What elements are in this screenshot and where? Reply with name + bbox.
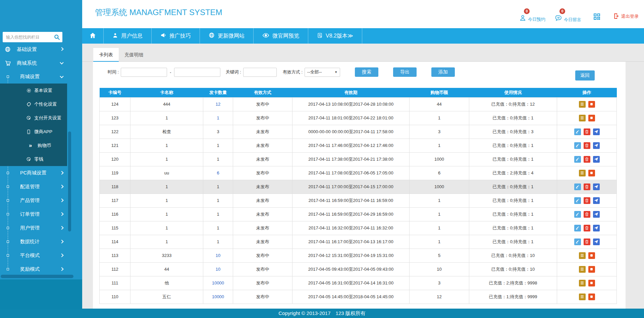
sidebar-horizontal-scrollbar[interactable]	[1, 275, 73, 278]
today-appointments[interactable]: 0 今日预约	[519, 10, 545, 22]
sidebar-item-label: 配送管理	[20, 180, 40, 194]
sidebar-item-basic-setup[interactable]: 基本设置	[0, 84, 67, 97]
sidebar-item-personalization[interactable]: 个性化设置	[0, 97, 67, 111]
delete-icon[interactable]	[584, 183, 590, 190]
delete-icon[interactable]	[584, 156, 590, 163]
add-button[interactable]: 添加	[431, 67, 455, 77]
edit-icon[interactable]	[574, 197, 581, 204]
delete-icon[interactable]	[584, 142, 590, 149]
delete-icon[interactable]	[584, 238, 590, 245]
sidebar-item-payment-switch[interactable]: 支付开关设置	[0, 111, 67, 125]
time-start-input[interactable]	[121, 68, 167, 77]
qty-link[interactable]: 6	[217, 170, 219, 175]
qty-link[interactable]: 10	[216, 267, 220, 272]
tab-card-list[interactable]: 卡列表	[93, 48, 119, 62]
cell-status: 发布中	[233, 166, 292, 180]
stop-icon[interactable]	[588, 280, 595, 286]
edit-icon[interactable]	[574, 225, 581, 231]
list-icon[interactable]	[579, 294, 586, 300]
list-icon[interactable]	[579, 280, 586, 286]
stop-icon[interactable]	[588, 252, 595, 259]
sidebar-item-platform-mode[interactable]: 平台模式	[0, 249, 67, 262]
stop-icon[interactable]	[588, 294, 595, 300]
tab-recharge-detail[interactable]: 充值明细	[119, 48, 149, 62]
sidebar-item-small-change[interactable]: 零钱	[0, 152, 67, 166]
table-row: 12311发布中2017-04-11 18:01:00至2017-04-22 1…	[100, 111, 617, 125]
publish-icon[interactable]	[593, 238, 600, 245]
method-select[interactable]: --全部-- ▼	[305, 68, 340, 77]
today-messages[interactable]: 0 今日留言	[555, 10, 581, 23]
sidebar-item-mall-system[interactable]: 商城系统	[0, 56, 67, 70]
list-icon[interactable]	[579, 266, 586, 273]
publish-icon[interactable]	[593, 183, 600, 190]
cell-coins: 1	[410, 111, 469, 125]
cell-usage: 已充值：0;待充值：1	[469, 221, 557, 235]
delete-icon[interactable]	[584, 128, 590, 135]
nav-home[interactable]	[82, 28, 104, 44]
edit-icon[interactable]	[574, 183, 581, 190]
sidebar-item-pc-mall-settings[interactable]: PC商城设置	[0, 166, 67, 180]
nav-update-microsite[interactable]: 更新微网站	[200, 28, 254, 44]
sidebar-item-user-management[interactable]: 用户管理	[0, 221, 67, 235]
stop-icon[interactable]	[588, 115, 595, 121]
nav-user-info[interactable]: 用户信息	[104, 28, 152, 44]
sidebar-item-delivery-management[interactable]: 配送管理	[0, 180, 67, 194]
qty-link[interactable]: 10000	[212, 280, 224, 285]
list-icon[interactable]	[579, 101, 586, 108]
list-icon[interactable]	[579, 115, 586, 121]
time-end-input[interactable]	[174, 68, 220, 77]
nav-microsite-preview[interactable]: 微官网预览	[254, 28, 308, 44]
qty-value: 1	[217, 212, 219, 217]
list-icon[interactable]	[579, 252, 586, 259]
logout-button[interactable]: 退出登录	[613, 13, 639, 20]
delete-icon[interactable]	[584, 211, 590, 218]
publish-icon[interactable]	[593, 142, 600, 149]
search-button[interactable]: 搜索	[355, 67, 378, 77]
stop-icon[interactable]	[588, 170, 595, 176]
nav-promotion-tips[interactable]: 推广技巧	[152, 28, 200, 44]
delete-icon[interactable]	[584, 225, 590, 231]
list-icon[interactable]	[579, 170, 586, 176]
cell-qty: 1	[203, 207, 233, 221]
edit-icon[interactable]	[574, 238, 581, 245]
cell-actions	[557, 180, 617, 194]
publish-icon[interactable]	[593, 225, 600, 231]
keyword-input[interactable]	[243, 68, 277, 77]
publish-icon[interactable]	[593, 156, 600, 163]
sidebar-item-reward-mode[interactable]: 奖励模式	[0, 262, 67, 276]
edit-icon[interactable]	[574, 142, 581, 149]
tree-node-icon	[7, 241, 9, 243]
home-icon	[89, 32, 96, 40]
publish-icon[interactable]	[593, 211, 600, 218]
edit-icon[interactable]	[574, 128, 581, 135]
nav-version[interactable]: V8.2版本≫	[308, 28, 362, 44]
edit-icon[interactable]	[574, 156, 581, 163]
publish-icon[interactable]	[593, 197, 600, 204]
stop-icon[interactable]	[588, 266, 595, 273]
edit-icon[interactable]	[574, 211, 581, 218]
cell-status: 未发布	[233, 139, 292, 152]
sidebar-item-product-management[interactable]: 产品管理	[0, 194, 67, 207]
sidebar-item-basic-settings[interactable]: 基础设置	[0, 42, 67, 56]
qty-link[interactable]: 12	[216, 102, 220, 107]
qty-link[interactable]: 1	[217, 115, 219, 120]
qty-link[interactable]: 10	[216, 253, 220, 258]
stop-icon[interactable]	[588, 101, 595, 108]
sidebar-item-shopping-coin[interactable]: »购物币	[0, 139, 67, 152]
sidebar-item-weishang-app[interactable]: 微商APP	[0, 125, 67, 139]
cell-period: 2017-04-05 14:45:00至2018-04-05 14:45:00	[292, 290, 410, 304]
export-button[interactable]: 导出	[393, 67, 417, 77]
sidebar-item-mall-settings[interactable]: 商城设置	[0, 70, 67, 84]
arrow-circle-icon	[26, 115, 32, 121]
back-button[interactable]: 返回	[575, 70, 595, 81]
publish-icon[interactable]	[593, 128, 600, 135]
search-icon[interactable]	[54, 34, 60, 41]
qr-code-icon[interactable]	[593, 12, 601, 21]
qty-link[interactable]: 10000	[212, 294, 224, 299]
sidebar-item-order-management[interactable]: 订单管理	[0, 207, 67, 221]
delete-icon[interactable]	[584, 197, 590, 204]
sidebar-vertical-scrollbar[interactable]	[68, 131, 71, 231]
cell-period: 2017-04-05 09:43:00至2017-04-05 09:43:00	[292, 262, 410, 276]
sidebar-item-data-statistics[interactable]: 数据统计	[0, 235, 67, 249]
cell-actions	[557, 166, 617, 180]
